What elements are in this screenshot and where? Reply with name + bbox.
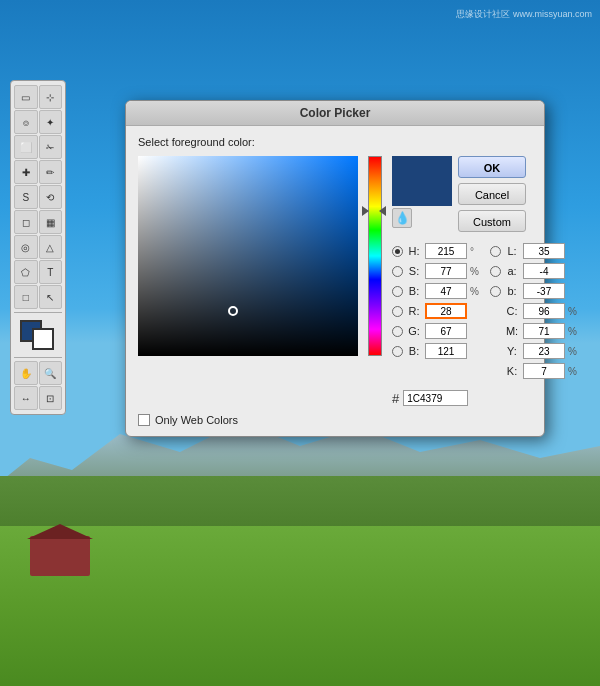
field-row-g: G: — [392, 322, 482, 340]
green-field2 — [0, 526, 600, 686]
custom-button[interactable]: Custom — [458, 210, 526, 232]
dialog-buttons: OK Cancel Custom — [458, 156, 526, 232]
move-tool[interactable]: ⊹ — [39, 85, 63, 109]
slice-tool[interactable]: ✁ — [39, 135, 63, 159]
radio-a[interactable] — [490, 266, 501, 277]
label-s: S: — [406, 265, 422, 277]
input-b[interactable] — [425, 283, 467, 299]
unit-h: ° — [470, 246, 482, 257]
history-tool[interactable]: ⟲ — [39, 185, 63, 209]
input-y[interactable] — [523, 343, 565, 359]
label-b: B: — [406, 285, 422, 297]
radio-r[interactable] — [392, 306, 403, 317]
unit-k: % — [568, 366, 580, 377]
color-picker-dialog: Color Picker Select foreground color: — [125, 100, 545, 437]
radio-s[interactable] — [392, 266, 403, 277]
hand-tool[interactable]: ✋ — [14, 361, 38, 385]
radio-h[interactable] — [392, 246, 403, 257]
marquee-tool[interactable]: ▭ — [14, 85, 38, 109]
tool-row-9: □ ↖ — [14, 285, 62, 309]
field-row-l: L: — [490, 242, 580, 260]
dodge-tool[interactable]: ◎ — [14, 235, 38, 259]
input-b3[interactable] — [523, 283, 565, 299]
extra-tool2[interactable]: ⊡ — [39, 386, 63, 410]
tool-row-3: ⬜ ✁ — [14, 135, 62, 159]
tool-row-8: ⬠ T — [14, 260, 62, 284]
select-tool[interactable]: ↖ — [39, 285, 63, 309]
hex-input[interactable] — [403, 390, 468, 406]
healing-tool[interactable]: ✚ — [14, 160, 38, 184]
toolbar: ▭ ⊹ ⌾ ✦ ⬜ ✁ ✚ ✏ S ⟲ ◻ ▦ ◎ △ ⬠ T □ ↖ ✋ 🔍 — [10, 80, 66, 415]
dialog-main: 💧 OK Cancel Custom H: — [138, 156, 532, 406]
input-m[interactable] — [523, 323, 565, 339]
label-r: R: — [406, 305, 422, 317]
fields-right: L: a: b: — [490, 242, 580, 380]
field-row-y: Y: % — [490, 342, 580, 360]
tool-row-4: ✚ ✏ — [14, 160, 62, 184]
stamp-tool[interactable]: S — [14, 185, 38, 209]
field-row-h: H: ° — [392, 242, 482, 260]
radio-g[interactable] — [392, 326, 403, 337]
extra-tool1[interactable]: ↔ — [14, 386, 38, 410]
current-color-swatch — [392, 181, 452, 206]
label-h: H: — [406, 245, 422, 257]
only-web-label: Only Web Colors — [155, 414, 238, 426]
magic-wand-tool[interactable]: ✦ — [39, 110, 63, 134]
shape-tool[interactable]: □ — [14, 285, 38, 309]
field-row-b2: B: — [392, 342, 482, 360]
hue-arrow-left — [362, 206, 369, 216]
input-h[interactable] — [425, 243, 467, 259]
zoom-tool[interactable]: 🔍 — [39, 361, 63, 385]
input-l[interactable] — [523, 243, 565, 259]
tool-row-7: ◎ △ — [14, 235, 62, 259]
tool-row-6: ◻ ▦ — [14, 210, 62, 234]
tool-row-10: ✋ 🔍 — [14, 361, 62, 385]
dialog-title: Color Picker — [126, 101, 544, 126]
hue-arrow-right — [379, 206, 386, 216]
only-web-checkbox[interactable] — [138, 414, 150, 426]
unit-c: % — [568, 306, 580, 317]
input-c[interactable] — [523, 303, 565, 319]
hue-slider-container — [366, 156, 384, 356]
field-row-b: B: % — [392, 282, 482, 300]
unit-b: % — [470, 286, 482, 297]
label-c: C: — [504, 305, 520, 317]
crop-tool[interactable]: ⬜ — [14, 135, 38, 159]
input-k[interactable] — [523, 363, 565, 379]
fields-section: H: ° S: % B: — [392, 242, 580, 380]
input-r[interactable] — [425, 303, 467, 319]
label-g: G: — [406, 325, 422, 337]
type-tool[interactable]: T — [39, 260, 63, 284]
label-b3: b: — [504, 285, 520, 297]
color-gradient-picker[interactable] — [138, 156, 358, 356]
radio-b[interactable] — [392, 286, 403, 297]
hue-slider[interactable] — [368, 156, 382, 356]
input-a[interactable] — [523, 263, 565, 279]
input-s[interactable] — [425, 263, 467, 279]
eraser-tool[interactable]: ◻ — [14, 210, 38, 234]
radio-l[interactable] — [490, 246, 501, 257]
radio-b2[interactable] — [392, 346, 403, 357]
new-color-swatch — [392, 156, 452, 181]
cancel-button[interactable]: Cancel — [458, 183, 526, 205]
label-y: Y: — [504, 345, 520, 357]
ok-button[interactable]: OK — [458, 156, 526, 178]
toolbar-divider2 — [14, 357, 62, 358]
gradient-dark-overlay — [138, 156, 358, 356]
field-row-k: K: % — [490, 362, 580, 380]
dialog-label: Select foreground color: — [138, 136, 532, 148]
input-g[interactable] — [425, 323, 467, 339]
tool-row-1: ▭ ⊹ — [14, 85, 62, 109]
field-row-r: R: — [392, 302, 482, 320]
toolbar-divider — [14, 312, 62, 313]
input-b2[interactable] — [425, 343, 467, 359]
field-row-m: M: % — [490, 322, 580, 340]
brush-tool[interactable]: ✏ — [39, 160, 63, 184]
lasso-tool[interactable]: ⌾ — [14, 110, 38, 134]
eyedropper-button[interactable]: 💧 — [392, 208, 412, 228]
radio-b3[interactable] — [490, 286, 501, 297]
background-color[interactable] — [32, 328, 54, 350]
gradient-tool[interactable]: ▦ — [39, 210, 63, 234]
path-tool[interactable]: ⬠ — [14, 260, 38, 284]
blur-tool[interactable]: △ — [39, 235, 63, 259]
